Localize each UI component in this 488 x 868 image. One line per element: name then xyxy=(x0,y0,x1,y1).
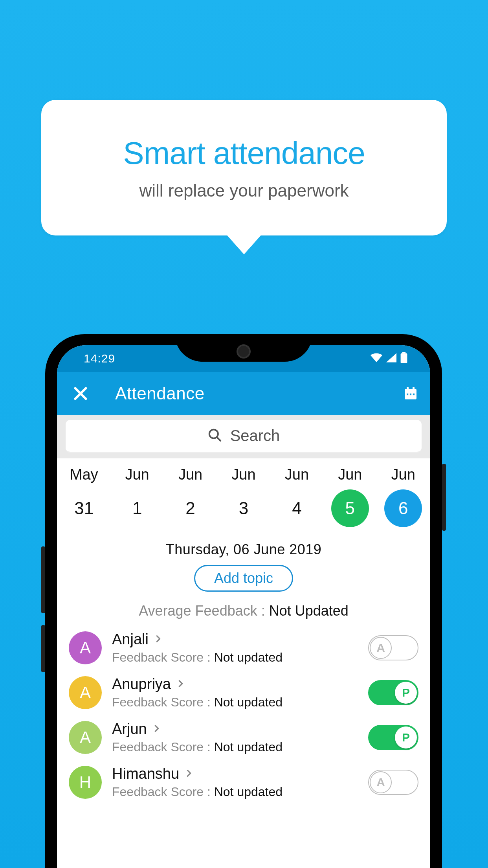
page-title: Attendance xyxy=(115,384,403,403)
date-month: Jun xyxy=(391,466,415,483)
list-item: H Himanshu Feedback Score : Not updated … xyxy=(57,760,430,805)
search-input[interactable]: Search xyxy=(66,420,422,453)
avatar: H xyxy=(69,766,102,799)
date-cell[interactable]: Jun 2 xyxy=(165,466,216,527)
date-cell[interactable]: Jun 1 xyxy=(111,466,163,527)
feedback-value: Not updated xyxy=(214,650,283,664)
feedback-label: Feedback Score : xyxy=(112,695,214,709)
date-cell[interactable]: May 31 xyxy=(58,466,110,527)
battery-icon xyxy=(400,352,407,365)
student-info[interactable]: Anupriya Feedback Score : Not updated xyxy=(112,676,358,710)
avg-feedback-label: Average Feedback : xyxy=(139,603,269,619)
toggle-knob: A xyxy=(370,637,392,659)
list-item: A Anjali Feedback Score : Not updated A xyxy=(57,625,430,670)
date-cell[interactable]: Jun 4 xyxy=(271,466,323,527)
student-info[interactable]: Anjali Feedback Score : Not updated xyxy=(112,631,358,665)
selected-date-label: Thursday, 06 June 2019 xyxy=(57,541,430,558)
toggle-knob: P xyxy=(395,726,417,748)
search-icon xyxy=(207,428,222,444)
phone-screen: 14:29 Attendance xyxy=(57,345,430,868)
average-feedback: Average Feedback : Not Updated xyxy=(57,603,430,619)
student-info[interactable]: Arjun Feedback Score : Not updated xyxy=(112,721,358,754)
phone-power-button xyxy=(442,464,446,531)
student-name: Anjali xyxy=(112,631,149,648)
attendance-toggle[interactable]: P xyxy=(368,725,418,750)
svg-rect-7 xyxy=(413,394,415,395)
promo-title: Smart attendance xyxy=(123,135,365,171)
date-day: 5 xyxy=(331,489,369,527)
toggle-knob: A xyxy=(370,771,392,793)
avatar: A xyxy=(69,676,102,709)
date-month: Jun xyxy=(231,466,255,483)
phone-frame: 14:29 Attendance xyxy=(45,334,442,868)
feedback-value: Not updated xyxy=(214,785,283,799)
attendance-toggle[interactable]: P xyxy=(368,680,418,705)
chevron-right-icon xyxy=(176,679,185,690)
signal-icon xyxy=(386,353,396,364)
status-icons xyxy=(371,352,407,365)
chevron-right-icon xyxy=(154,634,163,645)
feedback-value: Not updated xyxy=(214,695,283,709)
chevron-right-icon xyxy=(185,769,193,779)
date-day: 31 xyxy=(65,489,103,527)
date-day: 2 xyxy=(172,489,209,527)
close-icon[interactable] xyxy=(73,386,88,401)
date-cell[interactable]: Jun 3 xyxy=(218,466,270,527)
attendance-toggle[interactable]: A xyxy=(368,635,418,660)
list-item: A Anupriya Feedback Score : Not updated … xyxy=(57,670,430,715)
chevron-right-icon xyxy=(152,724,161,734)
date-month: May xyxy=(70,466,98,483)
avatar: A xyxy=(69,631,102,664)
svg-rect-0 xyxy=(402,352,405,353)
date-cell-selected[interactable]: Jun 6 xyxy=(377,466,429,527)
phone-volume-up xyxy=(41,546,45,613)
svg-line-9 xyxy=(217,437,220,441)
student-info[interactable]: Himanshu Feedback Score : Not updated xyxy=(112,765,358,799)
date-day: 1 xyxy=(118,489,156,527)
list-item: A Arjun Feedback Score : Not updated P xyxy=(57,715,430,760)
avg-feedback-value: Not Updated xyxy=(269,603,349,619)
student-name: Himanshu xyxy=(112,765,179,782)
date-strip: May 31 Jun 1 Jun 2 Jun 3 Jun 4 Jun 5 xyxy=(57,458,430,535)
date-month: Jun xyxy=(285,466,309,483)
date-day: 4 xyxy=(278,489,316,527)
date-day: 3 xyxy=(225,489,262,527)
search-section: Search xyxy=(57,415,430,458)
svg-rect-6 xyxy=(410,394,411,395)
student-name: Anupriya xyxy=(112,676,171,693)
svg-rect-4 xyxy=(413,387,415,390)
avatar: A xyxy=(69,721,102,754)
calendar-icon[interactable] xyxy=(403,386,418,401)
svg-rect-3 xyxy=(407,387,409,390)
toggle-knob: P xyxy=(395,682,417,704)
date-cell[interactable]: Jun 5 xyxy=(324,466,376,527)
search-placeholder: Search xyxy=(230,427,280,445)
wifi-icon xyxy=(371,353,382,364)
date-month: Jun xyxy=(178,466,202,483)
date-day: 6 xyxy=(384,489,422,527)
app-bar: Attendance xyxy=(57,372,430,415)
svg-rect-5 xyxy=(407,394,408,395)
status-time: 14:29 xyxy=(84,352,115,365)
date-month: Jun xyxy=(125,466,149,483)
feedback-label: Feedback Score : xyxy=(112,740,214,754)
attendance-toggle[interactable]: A xyxy=(368,770,418,795)
student-list: A Anjali Feedback Score : Not updated A xyxy=(57,625,430,805)
svg-rect-1 xyxy=(401,353,407,363)
feedback-label: Feedback Score : xyxy=(112,650,214,664)
add-topic-button[interactable]: Add topic xyxy=(194,565,293,592)
feedback-value: Not updated xyxy=(214,740,283,754)
student-name: Arjun xyxy=(112,721,147,737)
date-month: Jun xyxy=(338,466,362,483)
promo-caption: Smart attendance will replace your paper… xyxy=(41,100,447,235)
promo-subtitle: will replace your paperwork xyxy=(139,181,349,200)
phone-notch xyxy=(175,334,312,362)
feedback-label: Feedback Score : xyxy=(112,785,214,799)
phone-volume-down xyxy=(41,625,45,672)
